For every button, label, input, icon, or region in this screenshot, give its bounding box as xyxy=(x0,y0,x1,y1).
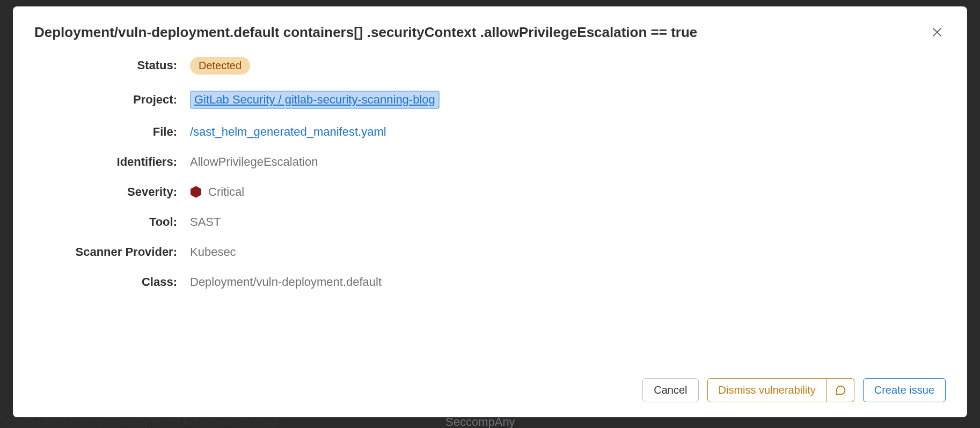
detail-row-project: Project: GitLab Security / gitlab-securi… xyxy=(34,91,946,109)
detail-value-scanner-provider: Kubesec xyxy=(190,245,236,259)
detail-value-file: /sast_helm_generated_manifest.yaml xyxy=(190,125,386,139)
close-icon xyxy=(932,27,942,38)
detail-label: Severity: xyxy=(34,185,190,199)
detail-row-severity: Severity: Critical xyxy=(34,185,946,199)
severity-text: Critical xyxy=(208,185,244,199)
cancel-button[interactable]: Cancel xyxy=(642,378,698,402)
detail-row-tool: Tool: SAST xyxy=(34,215,946,229)
dismiss-button-group: Dismiss vulnerability xyxy=(707,378,854,402)
dismiss-with-comment-button[interactable] xyxy=(827,378,854,402)
dismiss-vulnerability-button[interactable]: Dismiss vulnerability xyxy=(707,378,827,402)
detail-label: Tool: xyxy=(34,215,190,229)
file-link[interactable]: /sast_helm_generated_manifest.yaml xyxy=(190,125,386,139)
detail-value-status: Detected xyxy=(190,57,250,75)
detail-row-scanner-provider: Scanner Provider: Kubesec xyxy=(34,245,946,259)
detail-value-identifiers: AllowPrivilegeEscalation xyxy=(190,155,318,169)
vulnerability-modal: Deployment/vuln-deployment.default conta… xyxy=(13,6,967,417)
detail-row-file: File: /sast_helm_generated_manifest.yaml xyxy=(34,125,946,139)
detail-row-status: Status: Detected xyxy=(34,57,946,75)
detail-label: Project: xyxy=(34,93,190,107)
modal-header: Deployment/vuln-deployment.default conta… xyxy=(34,24,946,42)
detail-list: Status: Detected Project: GitLab Securit… xyxy=(34,57,946,289)
detail-value-severity: Critical xyxy=(190,185,244,199)
detail-value-class: Deployment/vuln-deployment.default xyxy=(190,275,382,289)
detail-label: Class: xyxy=(34,275,190,289)
detail-label: File: xyxy=(34,125,190,139)
detail-label: Scanner Provider: xyxy=(34,245,190,259)
status-badge: Detected xyxy=(190,57,250,75)
detail-row-class: Class: Deployment/vuln-deployment.defaul… xyxy=(34,275,946,289)
comment-icon xyxy=(835,385,846,396)
create-issue-button[interactable]: Create issue xyxy=(863,378,946,402)
detail-label: Status: xyxy=(34,58,190,72)
close-button[interactable] xyxy=(928,24,946,41)
modal-footer: Cancel Dismiss vulnerability Create issu… xyxy=(34,378,946,402)
detail-value-project: GitLab Security / gitlab-security-scanni… xyxy=(190,91,440,109)
modal-title: Deployment/vuln-deployment.default conta… xyxy=(34,24,697,42)
detail-row-identifiers: Identifiers: AllowPrivilegeEscalation xyxy=(34,155,946,169)
detail-value-tool: SAST xyxy=(190,215,221,229)
detail-label: Identifiers: xyxy=(34,155,190,169)
project-link[interactable]: GitLab Security / gitlab-security-scanni… xyxy=(194,93,435,106)
project-link-highlight: GitLab Security / gitlab-security-scanni… xyxy=(190,91,440,109)
severity-critical-icon xyxy=(190,186,202,198)
